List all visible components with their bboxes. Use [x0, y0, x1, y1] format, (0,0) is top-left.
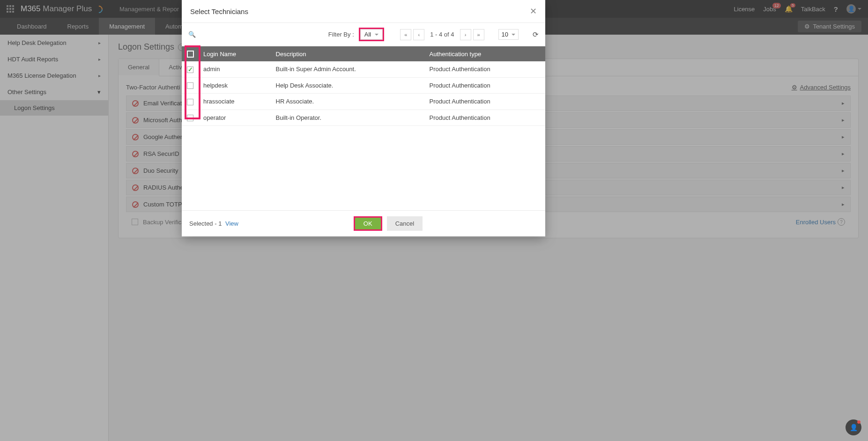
- pager-next-icon[interactable]: ›: [460, 29, 471, 40]
- close-icon[interactable]: [530, 6, 537, 16]
- cell-auth: Product Authentication: [425, 77, 545, 94]
- search-icon[interactable]: [188, 31, 196, 38]
- table-header-row: Login Name Description Authentication ty…: [182, 46, 545, 61]
- pager-prev-icon[interactable]: ‹: [413, 29, 424, 40]
- cell-login: hrassociate: [199, 94, 271, 110]
- filter-value: All: [364, 31, 371, 38]
- cell-description: Help Desk Associate.: [271, 77, 425, 94]
- pager-last-icon[interactable]: »: [473, 29, 484, 40]
- table-row[interactable]: helpdesk Help Desk Associate. Product Au…: [182, 77, 545, 94]
- technicians-table: Login Name Description Authentication ty…: [182, 46, 545, 126]
- cell-auth: Product Authentication: [425, 94, 545, 110]
- pager: « ‹ 1 - 4 of 4 › »: [400, 29, 484, 40]
- col-login[interactable]: Login Name: [199, 46, 271, 61]
- col-auth-type[interactable]: Authentication type: [425, 46, 545, 61]
- table-row[interactable]: hrassociate HR Associate. Product Authen…: [182, 94, 545, 110]
- filter-highlight: All: [359, 28, 384, 41]
- pager-first-icon[interactable]: «: [400, 29, 411, 40]
- table-row[interactable]: operator Built-in Operator. Product Auth…: [182, 110, 545, 126]
- modal-header: Select Technicians: [182, 0, 545, 23]
- checkbox-column-highlight: [185, 45, 200, 119]
- cell-login: operator: [199, 110, 271, 126]
- chat-notification-dot: [857, 420, 861, 424]
- modal-toolbar: Filter By : All « ‹ 1 - 4 of 4 › » 10: [182, 23, 545, 46]
- view-link[interactable]: View: [225, 220, 238, 227]
- pagesize-select[interactable]: 10: [498, 29, 519, 40]
- pager-text: 1 - 4 of 4: [426, 31, 458, 38]
- footer-buttons: OK Cancel: [354, 216, 423, 231]
- cell-description: Built-in Super Admin Account.: [271, 61, 425, 77]
- cell-description: Built-in Operator.: [271, 110, 425, 126]
- selected-count: 1: [218, 220, 222, 227]
- cell-auth: Product Authentication: [425, 61, 545, 77]
- refresh-icon[interactable]: [533, 30, 539, 39]
- select-technicians-modal: Select Technicians Filter By : All « ‹ 1…: [182, 0, 545, 236]
- cell-login: admin: [199, 61, 271, 77]
- pagesize-value: 10: [502, 31, 508, 38]
- chat-bubble-icon[interactable]: [846, 419, 861, 435]
- cancel-button[interactable]: Cancel: [387, 216, 423, 231]
- col-description[interactable]: Description: [271, 46, 425, 61]
- modal-footer: Selected - 1 View OK Cancel: [182, 210, 545, 236]
- cell-auth: Product Authentication: [425, 110, 545, 126]
- table-row[interactable]: admin Built-in Super Admin Account. Prod…: [182, 61, 545, 77]
- filter-select[interactable]: All: [360, 29, 383, 40]
- cell-login: helpdesk: [199, 77, 271, 94]
- modal-title: Select Technicians: [190, 7, 248, 15]
- ok-highlight: OK: [354, 216, 382, 231]
- ok-button[interactable]: OK: [355, 218, 381, 229]
- caret-down-icon: [512, 34, 515, 36]
- caret-down-icon: [375, 34, 378, 36]
- cell-description: HR Associate.: [271, 94, 425, 110]
- selected-label: Selected -: [189, 220, 217, 227]
- selected-text: Selected - 1 View: [189, 220, 238, 227]
- filter-label: Filter By :: [328, 31, 354, 38]
